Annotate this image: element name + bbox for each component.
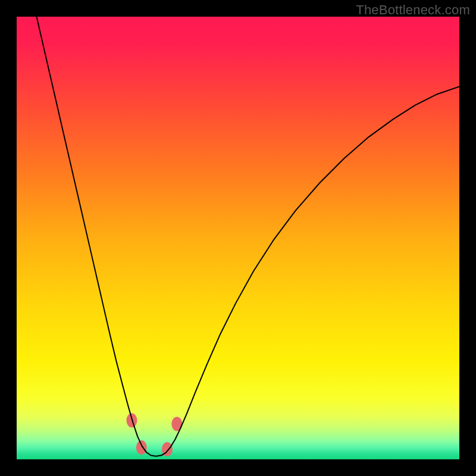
watermark-text: TheBottleneck.com [356,2,470,18]
bottleneck-chart [17,17,459,459]
chart-frame [17,17,459,459]
chart-marker [136,440,147,455]
chart-background [17,17,459,459]
